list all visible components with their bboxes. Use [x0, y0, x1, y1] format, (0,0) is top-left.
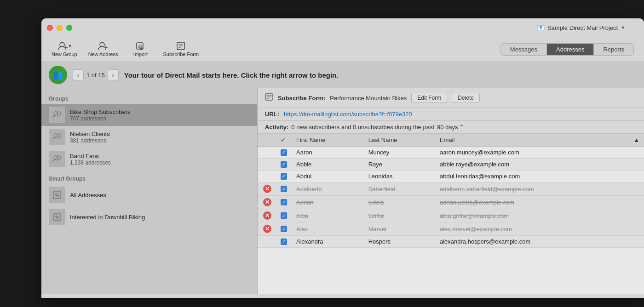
activity-text: 0 new subscribers and 0 unsubscribes dur…: [291, 124, 434, 131]
check-cell[interactable]: ✓: [276, 147, 292, 159]
group-info-nielsen: Nielsen Clients 381 addresses: [70, 131, 110, 144]
table-row[interactable]: ✕✓AlexMarvelalex.marvel@example.com: [258, 222, 644, 236]
table-row[interactable]: ✕✓AdrianUdelaadrian.udela@example.com: [258, 196, 644, 209]
tab-messages[interactable]: Messages: [501, 44, 547, 55]
tour-next-button[interactable]: ›: [108, 69, 119, 80]
sort-cell: [629, 209, 644, 222]
remove-cell: ✕: [258, 209, 276, 222]
url-link[interactable]: https://dm-mailinglist.com/subscribe?f=f…: [284, 111, 412, 118]
tour-bar: 👥 ‹ 1 of 15 › Your tour of Direct Mail s…: [41, 62, 644, 88]
col-header-firstname[interactable]: First Name: [292, 134, 364, 147]
main-content: Subscribe Form: Performance Mountain Bik…: [258, 88, 644, 294]
sidebar-item-band-fans[interactable]: Band Fans 1,238 addresses: [41, 148, 257, 170]
checkbox[interactable]: ✓: [281, 212, 287, 219]
col-header-lastname[interactable]: Last Name: [364, 134, 435, 147]
remove-icon[interactable]: ✕: [263, 225, 271, 233]
firstname-cell: Adalberto: [292, 182, 364, 196]
remove-icon[interactable]: ✕: [263, 211, 271, 220]
smart-avatar-all: [49, 187, 65, 203]
check-cell[interactable]: ✓: [276, 182, 292, 196]
col-header-remove: [258, 134, 276, 147]
smart-group-name-downhill: Interested in Downhill Biking: [70, 214, 145, 221]
check-cell[interactable]: ✓: [276, 171, 292, 182]
checkbox[interactable]: ✓: [281, 226, 287, 232]
table-row[interactable]: ✓AbbieRayeabbie.raye@example.com: [258, 159, 644, 171]
sidebar-item-bike-shop[interactable]: Bike Shop Subscribers 767 addresses: [41, 104, 257, 126]
activity-days-icon[interactable]: ⌃: [459, 124, 464, 131]
tab-addresses[interactable]: Addresses: [547, 44, 594, 55]
remove-cell: ✕: [258, 222, 276, 236]
lastname-cell: Hospers: [364, 236, 435, 248]
new-group-label: New Group: [52, 51, 77, 57]
checkbox[interactable]: ✓: [281, 149, 287, 156]
document-icon: 📧: [537, 24, 545, 31]
remove-icon[interactable]: ✕: [263, 198, 271, 206]
firstname-cell: Alex: [292, 222, 364, 236]
lastname-cell: Udela: [364, 196, 435, 209]
table-row[interactable]: ✓AbdulLeonidasabdul.leonidas@example.com: [258, 171, 644, 182]
firstname-cell: Abbie: [292, 159, 364, 171]
import-button[interactable]: @ Import: [124, 40, 156, 59]
check-cell[interactable]: ✓: [276, 196, 292, 209]
checkbox[interactable]: ✓: [281, 186, 287, 192]
lastname-cell: Satterfield: [364, 182, 435, 196]
sort-cell: [629, 147, 644, 159]
check-cell[interactable]: ✓: [276, 209, 292, 222]
check-cell[interactable]: ✓: [276, 222, 292, 236]
remove-cell: [258, 171, 276, 182]
email-cell: abbie.raye@example.com: [435, 159, 629, 171]
maximize-button[interactable]: [66, 25, 72, 31]
new-address-icon: [98, 41, 108, 51]
sidebar: Groups Bike Shop Subscribers 767 address…: [41, 88, 258, 294]
remove-cell: [258, 147, 276, 159]
tour-prev-button[interactable]: ‹: [73, 69, 84, 80]
sidebar-item-downhill[interactable]: Interested in Downhill Biking: [41, 206, 257, 228]
firstname-cell: Aaron: [292, 147, 364, 159]
group-name-nielsen: Nielsen Clients: [70, 131, 110, 137]
remove-icon[interactable]: ✕: [263, 185, 271, 193]
sort-cell: [629, 236, 644, 248]
delete-form-button[interactable]: Delete: [452, 93, 480, 103]
checkbox[interactable]: ✓: [281, 173, 287, 180]
subscribe-form-button[interactable]: Subscribe Form: [158, 40, 203, 59]
checkbox[interactable]: ✓: [281, 239, 287, 245]
check-cell[interactable]: ✓: [276, 236, 292, 248]
sort-cell: [629, 196, 644, 209]
col-header-sort[interactable]: ▲: [629, 134, 644, 147]
checkbox[interactable]: ✓: [281, 161, 287, 168]
check-cell[interactable]: ✓: [276, 159, 292, 171]
table-row[interactable]: ✓AlexandraHospersalexandra.hospers@examp…: [258, 236, 644, 248]
new-address-button[interactable]: New Address: [84, 40, 123, 59]
minimize-button[interactable]: [57, 25, 63, 31]
tour-text: Your tour of Direct Mail starts here. Cl…: [124, 71, 339, 79]
dropdown-arrow-icon[interactable]: ▼: [621, 25, 626, 30]
checkbox[interactable]: ✓: [281, 199, 287, 205]
firstname-cell: Alexandra: [292, 236, 364, 248]
col-header-check[interactable]: ✓: [276, 134, 292, 147]
new-group-button[interactable]: ▾ New Group: [47, 40, 82, 59]
email-cell: aaron.muncey@example.com: [435, 147, 629, 159]
new-address-label: New Address: [88, 51, 118, 57]
subscribe-form-icon: [176, 41, 186, 51]
table-row[interactable]: ✓AaronMunceyaaron.muncey@example.com: [258, 147, 644, 159]
svg-rect-19: [53, 191, 61, 199]
sort-cell: [629, 222, 644, 236]
address-table-container: ✓ First Name Last Name Email ▲ ✓AaronMun…: [258, 134, 644, 294]
group-name-band-fans: Band Fans: [70, 153, 111, 159]
tour-icon: 👥: [49, 66, 67, 84]
edit-form-button[interactable]: Edit Form: [411, 93, 447, 103]
group-avatar-band-fans: [49, 151, 65, 167]
table-row[interactable]: ✕✓AdalbertoSatterfieldadalberto.satterfi…: [258, 182, 644, 196]
table-row[interactable]: ✕✓AlbaGriffiealba.griffie@example.com: [258, 209, 644, 222]
smart-group-name-all: All Addresses: [70, 192, 106, 199]
subscribe-form-label: Subscribe Form: [163, 51, 199, 57]
sidebar-item-all-addresses[interactable]: All Addresses: [41, 184, 257, 206]
close-button[interactable]: [47, 25, 53, 31]
tab-reports[interactable]: Reports: [594, 44, 633, 55]
smart-groups-label: Smart Groups: [41, 174, 257, 184]
smart-groups-section: Smart Groups All Addresses: [41, 174, 257, 228]
sidebar-item-nielsen[interactable]: Nielsen Clients 381 addresses: [41, 126, 257, 148]
svg-point-20: [56, 194, 58, 196]
col-header-email[interactable]: Email: [435, 134, 629, 147]
import-label: Import: [133, 51, 148, 57]
